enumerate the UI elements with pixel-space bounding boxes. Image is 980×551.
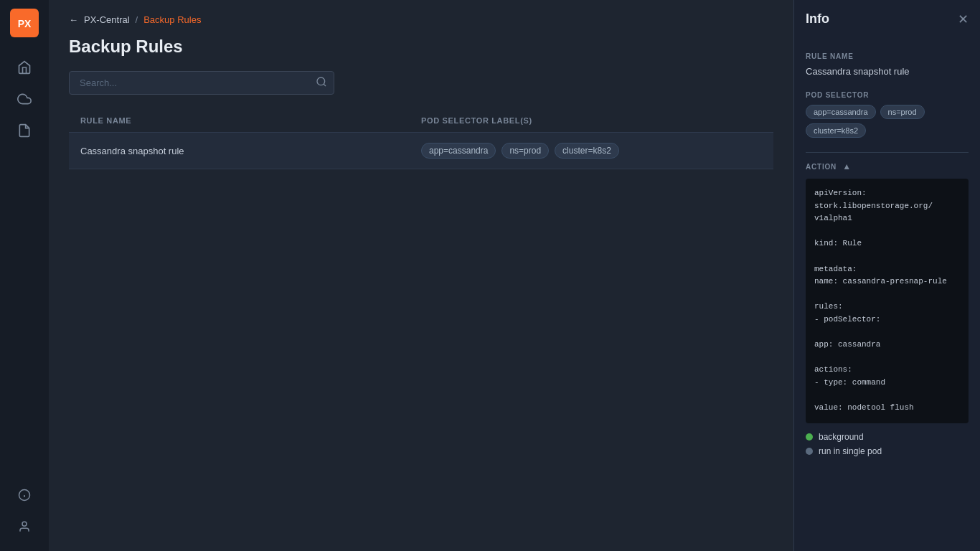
search-button[interactable] xyxy=(316,76,327,90)
back-button[interactable]: ← xyxy=(69,14,78,25)
action-label: ACTION xyxy=(806,163,837,171)
cell-labels: app=cassandra ns=prod cluster=k8s2 xyxy=(421,143,762,159)
col-pod-selector: POD SELECTOR LABEL(S) xyxy=(421,116,762,125)
toggle-single-pod[interactable]: run in single pod xyxy=(806,446,969,456)
toggle-background[interactable]: background xyxy=(806,432,969,442)
sidebar-item-user[interactable] xyxy=(11,514,37,540)
toggle-single-pod-dot xyxy=(806,448,813,455)
pod-tag-ns: ns=prod xyxy=(880,105,925,119)
sidebar-item-documents[interactable] xyxy=(11,118,37,143)
svg-line-7 xyxy=(324,84,326,86)
col-rule-name: RULE NAME xyxy=(80,116,421,125)
search-input[interactable] xyxy=(69,71,334,95)
label-badge-cluster: cluster=k8s2 xyxy=(555,143,619,159)
info-divider xyxy=(806,152,969,153)
info-panel-close-button[interactable]: ✕ xyxy=(958,13,969,26)
sidebar-item-home[interactable] xyxy=(11,55,37,80)
pod-tag-cluster: cluster=k8s2 xyxy=(806,123,866,138)
main-content: ← PX-Central / Backup Rules Backup Rules… xyxy=(49,0,793,551)
rules-table: RULE NAME POD SELECTOR LABEL(S) Cassandr… xyxy=(69,109,773,169)
toggle-background-dot xyxy=(806,433,813,441)
pod-selector-tags: app=cassandra ns=prod cluster=k8s2 xyxy=(806,105,969,138)
rule-name-value: Cassandra snapshot rule xyxy=(806,66,969,77)
breadcrumb-home[interactable]: PX-Central xyxy=(84,14,130,25)
label-badge-cassandra: app=cassandra xyxy=(421,143,496,159)
breadcrumb: ← PX-Central / Backup Rules xyxy=(69,14,773,25)
cell-rule-name: Cassandra snapshot rule xyxy=(80,143,421,159)
label-badge-ns: ns=prod xyxy=(501,143,549,159)
svg-text:PX: PX xyxy=(18,18,32,29)
page-title: Backup Rules xyxy=(69,37,773,57)
action-header: ACTION ▲ xyxy=(806,161,969,171)
info-panel-header: Info ✕ xyxy=(806,11,969,27)
breadcrumb-separator: / xyxy=(136,14,138,25)
sidebar-item-cloud[interactable] xyxy=(11,86,37,112)
toggle-background-label: background xyxy=(819,432,864,442)
sidebar: PX xyxy=(0,0,49,551)
info-panel: Info ✕ RULE NAME Cassandra snapshot rule… xyxy=(793,0,980,551)
pod-selector-label: POD SELECTOR xyxy=(806,91,969,99)
info-panel-title: Info xyxy=(806,11,829,27)
table-header: RULE NAME POD SELECTOR LABEL(S) xyxy=(69,109,773,133)
breadcrumb-current[interactable]: Backup Rules xyxy=(143,14,201,25)
pod-tag-app: app=cassandra xyxy=(806,105,876,119)
action-chevron-icon[interactable]: ▲ xyxy=(842,161,851,171)
sidebar-item-info[interactable] xyxy=(11,482,37,508)
action-code-block: apiVersion: stork.libopenstorage.org/ v1… xyxy=(806,179,969,423)
svg-point-5 xyxy=(22,522,27,526)
rule-name-label: RULE NAME xyxy=(806,52,969,60)
app-logo[interactable]: PX xyxy=(10,9,39,37)
search-container xyxy=(69,71,334,95)
svg-point-6 xyxy=(317,77,325,85)
toggle-single-pod-label: run in single pod xyxy=(819,446,882,456)
table-row[interactable]: Cassandra snapshot rule app=cassandra ns… xyxy=(69,133,773,169)
